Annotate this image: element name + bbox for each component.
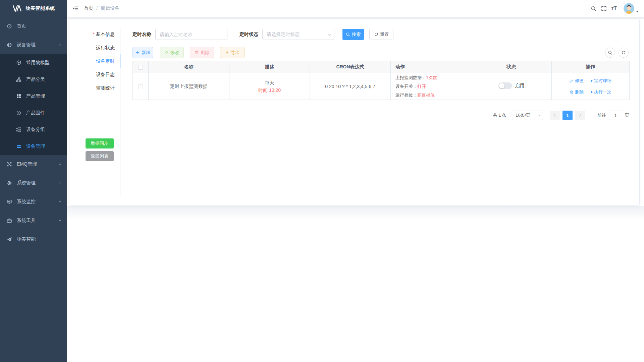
prev-page-button[interactable]	[550, 111, 560, 120]
chevron-up-icon	[58, 43, 62, 47]
timer-table: 名称 描述 CRON表达式 动作 状态 操作 定时上报监测数据 每天 时间 10…	[132, 61, 630, 100]
export-button[interactable]: 导出	[220, 47, 245, 58]
timer-status-select[interactable]: 请选择定时状态	[262, 29, 334, 40]
sidebar-item-label: 产品分类	[26, 76, 45, 82]
page-size-select[interactable]: 10条/页	[512, 111, 543, 120]
content-top-strip	[67, 17, 644, 19]
sidebar-fold-icon[interactable]	[72, 5, 78, 11]
next-page-button[interactable]	[575, 111, 585, 120]
tab-label: 监测统计	[96, 85, 115, 90]
sidebar-item-product-category[interactable]: 产品分类	[0, 71, 67, 88]
sidebar-item-label: 系统管理	[17, 180, 36, 186]
breadcrumb-home[interactable]: 首页	[84, 5, 93, 11]
content-bottom-fade	[67, 206, 644, 221]
grid-icon	[16, 94, 21, 99]
breadcrumb: 首页 / 编辑设备	[84, 5, 119, 11]
row-run-once-link[interactable]: 执行一次	[591, 89, 611, 95]
arrow-right-icon	[578, 113, 583, 118]
status-toggle[interactable]	[498, 82, 512, 89]
required-mark: *	[93, 32, 95, 37]
sidebar-item-label: 物美智能	[17, 236, 36, 242]
column-action: 动作	[391, 61, 471, 73]
firmware-icon	[16, 110, 21, 116]
sidebar-item-device-group[interactable]: 设备分组	[0, 121, 67, 138]
sidebar-item-system-monitor[interactable]: 系统监控	[0, 192, 67, 211]
select-all-checkbox[interactable]	[138, 65, 143, 70]
table-row: 定时上报监测数据 每天 时间 10:20 0 20 10 ? * 1,2,3,4…	[133, 73, 630, 100]
sidebar-item-home[interactable]: 首页	[0, 17, 67, 36]
trash-icon	[570, 90, 574, 94]
sidebar-item-label: 系统监控	[17, 199, 36, 205]
timer-name-input[interactable]	[155, 29, 227, 40]
cell-cron: 0 20 10 ? * 1,2,3,4,5,6,7	[310, 73, 391, 100]
status-label: 启用	[515, 83, 525, 89]
sitemap-icon	[16, 77, 21, 82]
sidebar-item-emq-management[interactable]: EMQ管理	[0, 155, 67, 174]
sidebar-item-label: 产品管理	[26, 93, 45, 99]
sidebar-item-product-firmware[interactable]: 产品固件	[0, 105, 67, 121]
app-logo[interactable]: 物美智能系统	[0, 0, 67, 17]
desc-time: 时间 10:20	[229, 86, 310, 94]
cell-description: 每天 时间 10:20	[229, 73, 310, 100]
sidebar-item-label: 设备管理	[26, 143, 45, 149]
fullscreen-icon[interactable]	[601, 6, 607, 11]
page-number-1[interactable]: 1	[562, 111, 573, 120]
tab-device-log[interactable]: 设备日志	[69, 68, 120, 81]
refresh-icon	[621, 50, 626, 55]
row-timer-detail-link[interactable]: 定时详细	[591, 78, 611, 84]
delete-button[interactable]: 删除	[190, 47, 214, 58]
edit-device-card: *基本信息 运行状态 设备定时 设备日志 监测统计 数据同步 返回列表 定时名称…	[69, 19, 640, 205]
group-icon	[16, 127, 21, 132]
search-button[interactable]: 搜索	[342, 29, 364, 40]
user-menu[interactable]	[624, 3, 639, 14]
reset-button[interactable]: 重置	[369, 29, 393, 40]
tab-label: 运行状态	[96, 45, 115, 50]
chevron-down-icon	[58, 181, 62, 185]
row-checkbox[interactable]	[138, 84, 143, 89]
breadcrumb-separator: /	[96, 6, 98, 11]
caret-down-icon	[636, 11, 639, 12]
header-search-icon[interactable]	[591, 6, 596, 11]
tab-run-status[interactable]: 运行状态	[69, 41, 120, 54]
edit-button[interactable]: 修改	[160, 47, 184, 58]
brand-logo-icon	[12, 5, 22, 12]
add-button[interactable]: 新增	[132, 47, 153, 58]
sidebar-item-device-management[interactable]: 设备管理	[0, 36, 67, 54]
search-icon	[608, 50, 612, 55]
tab-basic-info[interactable]: *基本信息	[69, 27, 120, 41]
table-toolbar: 新增 修改 删除 导出	[132, 47, 629, 58]
row-edit-link[interactable]: 修改	[570, 78, 584, 84]
total-count: 共 1 条	[493, 112, 506, 118]
timer-status-label: 定时状态	[239, 32, 258, 38]
back-to-list-button[interactable]: 返回列表	[86, 151, 114, 161]
column-status: 状态	[471, 61, 552, 73]
column-cron: CRON表达式	[310, 61, 391, 73]
refresh-table-button[interactable]	[619, 48, 629, 58]
row-delete-link[interactable]: 删除	[570, 89, 584, 95]
sidebar-item-thing-model[interactable]: 通用物模型	[0, 54, 67, 71]
toggle-search-button[interactable]	[605, 48, 615, 58]
font-size-icon[interactable]: TT	[611, 6, 617, 11]
tab-device-timer[interactable]: 设备定时	[69, 54, 120, 68]
filter-form: 定时名称 定时状态 请选择定时状态 搜索 重置	[132, 29, 629, 40]
trash-icon	[195, 50, 199, 55]
pencil-icon	[570, 79, 574, 83]
chevron-down-icon	[58, 219, 62, 222]
table-tools	[605, 48, 629, 58]
sidebar-item-label: 产品固件	[26, 110, 45, 116]
sidebar-item-wumei-smart[interactable]: 物美智能	[0, 230, 67, 249]
monitor-icon	[7, 199, 12, 204]
data-sync-button[interactable]: 数据同步	[86, 138, 114, 148]
sidebar-item-system-tools[interactable]: 系统工具	[0, 211, 67, 230]
sidebar-item-label: EMQ管理	[17, 161, 37, 167]
pagination: 共 1 条 10条/页 1 前往 页	[132, 111, 629, 120]
cell-name: 定时上报监测数据	[149, 73, 229, 100]
goto-page-input[interactable]	[609, 111, 622, 120]
send-icon	[7, 237, 12, 242]
table-header-row: 名称 描述 CRON表达式 动作 状态 操作	[133, 61, 630, 73]
sidebar-item-system-management[interactable]: 系统管理	[0, 174, 67, 192]
tab-monitor-stats[interactable]: 监测统计	[69, 81, 120, 95]
sidebar-item-product-management[interactable]: 产品管理	[0, 88, 67, 105]
sidebar-item-label: 设备管理	[17, 42, 36, 48]
sidebar-item-device-list-active[interactable]: 设备管理	[0, 138, 67, 155]
